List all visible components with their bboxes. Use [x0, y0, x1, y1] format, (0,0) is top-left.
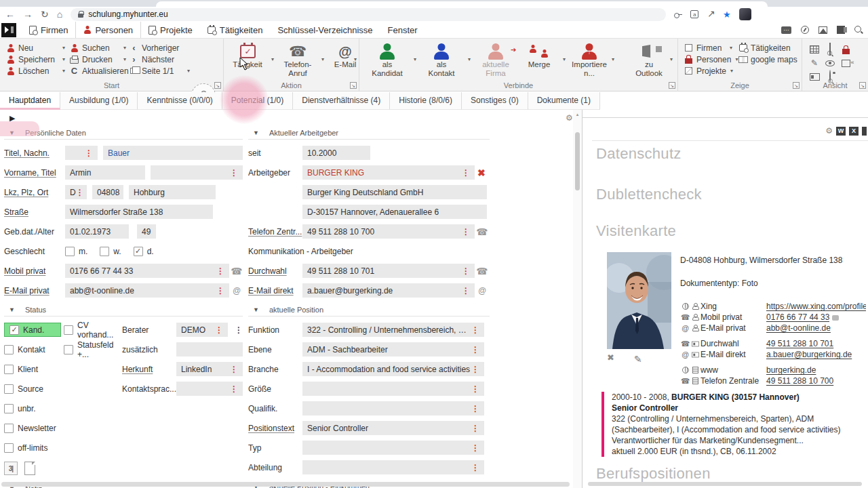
- more-icon[interactable]: ⋮: [235, 326, 243, 334]
- neu-button[interactable]: Neu▾: [5, 42, 65, 54]
- chevron-down-icon[interactable]: ▾: [726, 45, 732, 51]
- source-checkbox[interactable]: Source: [4, 384, 64, 394]
- remove-photo-icon[interactable]: ✖: [607, 352, 614, 363]
- zusaetzlich-field[interactable]: [176, 342, 243, 357]
- durchwahl-field[interactable]: 49 511 288 10 701⋮: [302, 264, 475, 278]
- vorheriger-button[interactable]: ‹Vorheriger: [129, 42, 190, 54]
- label-telefon-zentrale[interactable]: Telefon Zentr...: [248, 227, 302, 237]
- edit-photo-icon[interactable]: ✎: [634, 354, 642, 365]
- email-privat-field[interactable]: abb@t-oonline.de⋮: [65, 283, 229, 298]
- section-persoenliche-daten[interactable]: ▼ Persönliche Daten: [4, 126, 243, 140]
- remove-icon[interactable]: ✖: [477, 167, 486, 178]
- chevron-down-icon[interactable]: ▾: [563, 56, 566, 62]
- phone-icon[interactable]: ☎: [231, 266, 243, 276]
- suchen-button[interactable]: Suchen▾: [69, 42, 126, 54]
- herkunft-field[interactable]: LinkedIn⋮: [176, 362, 243, 376]
- klient-checkbox[interactable]: Klient: [4, 365, 64, 374]
- chevron-down-icon[interactable]: ▾: [183, 68, 190, 74]
- career-entry[interactable]: 2000-10 - 2008, BURGER KING (30157 Hanno…: [601, 392, 862, 457]
- clipped-export-icon[interactable]: [862, 127, 867, 136]
- zu-outlook-button[interactable]: zu Outlook: [627, 42, 671, 77]
- more-icon[interactable]: ⋮: [471, 424, 479, 432]
- zeige-projekte-button[interactable]: Projekte▾: [684, 65, 732, 77]
- label-email-direkt[interactable]: E-Mail direkt: [248, 286, 302, 296]
- checkbox-m[interactable]: m.: [65, 247, 87, 256]
- compass-icon[interactable]: [801, 26, 809, 34]
- positionstext-field[interactable]: Senior Controller⋮: [302, 421, 484, 435]
- menu-taetigkeiten[interactable]: Tätigkeiten: [200, 22, 271, 38]
- more-icon[interactable]: ⋮: [471, 444, 479, 452]
- aktualisieren-button[interactable]: CAktualisieren: [69, 65, 126, 77]
- menu-projekte[interactable]: Projekte: [141, 22, 200, 38]
- group-expand-icon[interactable]: ↘: [793, 82, 800, 89]
- more-icon[interactable]: ⋮: [471, 405, 479, 413]
- group-expand-icon[interactable]: ↘: [669, 82, 675, 89]
- als-kontakt-button[interactable]: als Kontakt: [419, 42, 464, 77]
- gebdat-field[interactable]: 01.02.1973: [65, 224, 129, 239]
- password-key-icon[interactable]: [674, 13, 682, 16]
- qualifik-field[interactable]: ⋮: [302, 401, 484, 415]
- url-text[interactable]: schulung.myhunter.eu: [88, 9, 167, 19]
- more-icon[interactable]: ⋮: [471, 464, 479, 472]
- titel2-field[interactable]: ⋮: [151, 165, 243, 180]
- chevron-down-icon[interactable]: ▾: [468, 56, 471, 62]
- at-icon[interactable]: @: [476, 287, 488, 295]
- tab-dienstverhaeltnisse[interactable]: Dienstverhältnisse (4): [293, 92, 390, 110]
- chevron-down-icon[interactable]: ▾: [354, 56, 357, 62]
- speichern-button[interactable]: Speichern▾: [5, 54, 65, 65]
- seite-button[interactable]: Seite 1/1▾: [129, 65, 190, 77]
- chart-icon[interactable]: [818, 26, 827, 34]
- scroll-up-icon[interactable]: ▴: [573, 112, 582, 117]
- form-settings-gear-icon[interactable]: ⚙: [566, 113, 573, 123]
- email-direkt-field[interactable]: a.bauer@burgerking.de⋮: [302, 283, 475, 298]
- tab-sonstiges[interactable]: Sonstiges (0): [462, 92, 528, 110]
- section-aktuelle-position[interactable]: ▼ aktuelle Position: [248, 303, 490, 317]
- chat-icon[interactable]: …: [781, 26, 791, 34]
- more-icon[interactable]: ⋮: [76, 188, 84, 197]
- unbr-checkbox[interactable]: unbr.: [4, 404, 36, 413]
- vorname-field[interactable]: Armin: [65, 165, 145, 180]
- at-icon[interactable]: @: [231, 287, 243, 295]
- blank-document-icon[interactable]: [24, 462, 35, 475]
- groesse-field[interactable]: ⋮: [302, 382, 484, 396]
- firmenadresse-field[interactable]: D-30157 Hannover, Adenauerallee 6: [302, 205, 487, 219]
- naechster-button[interactable]: ›Nächster: [129, 54, 190, 65]
- abteilung-field[interactable]: ⋮: [302, 460, 484, 474]
- plz-field[interactable]: 04808: [92, 185, 123, 199]
- collapse-columns-icon[interactable]: [842, 60, 850, 67]
- strasse-field[interactable]: Wilmersdorfer Straße 138: [65, 205, 213, 219]
- vertical-scrollbar[interactable]: ▴: [573, 110, 582, 488]
- more-icon[interactable]: ⋮: [230, 365, 238, 373]
- more-icon[interactable]: ⋮: [462, 228, 470, 236]
- more-icon[interactable]: ⋮: [462, 267, 470, 275]
- importieren-button[interactable]: ↑ Importieren...: [567, 42, 612, 77]
- chevron-down-icon[interactable]: ▾: [58, 56, 65, 62]
- home-icon[interactable]: ⌂: [57, 9, 62, 19]
- zeige-personen-button[interactable]: Personen▾: [684, 54, 732, 65]
- checkbox-w[interactable]: w.: [100, 247, 121, 256]
- excel-export-icon[interactable]: X: [849, 127, 859, 136]
- tab-historie[interactable]: Historie (8/0/6): [390, 92, 462, 110]
- label-herkunft[interactable]: Herkunft: [122, 365, 176, 374]
- chevron-down-icon[interactable]: ▾: [612, 56, 614, 62]
- word-export-icon[interactable]: W: [836, 127, 846, 136]
- label-lkz-plz-ort[interactable]: Lkz, Plz, Ort: [4, 188, 65, 197]
- label-positionstext[interactable]: Positionstext: [248, 424, 302, 433]
- tab-hauptdaten[interactable]: Hauptdaten: [0, 92, 60, 110]
- person-lock-icon[interactable]: [842, 49, 850, 54]
- label-titel-nachname[interactable]: Titel, Nachn.: [4, 148, 65, 158]
- branche-field[interactable]: I - Accommodation and food service activ…: [302, 362, 484, 376]
- address-bar[interactable]: schulung.myhunter.eu: [71, 8, 666, 21]
- kand-checkbox[interactable]: ✓Kand.: [4, 323, 61, 337]
- titel-field[interactable]: ⋮: [65, 146, 98, 160]
- sms-icon[interactable]: [832, 315, 839, 321]
- label-email-privat[interactable]: E-Mail privat: [4, 286, 65, 296]
- app-logo-icon[interactable]: [1, 23, 16, 37]
- profile-avatar[interactable]: [739, 8, 751, 20]
- more-icon[interactable]: ⋮: [216, 267, 224, 275]
- tab-dokumente[interactable]: Dokumente (1): [528, 92, 600, 110]
- horizontal-scrollbar[interactable]: [1, 482, 570, 487]
- seit-field[interactable]: 10.2000: [302, 146, 370, 160]
- group-expand-icon[interactable]: ↘: [859, 82, 866, 89]
- more-icon[interactable]: ⋮: [230, 169, 238, 177]
